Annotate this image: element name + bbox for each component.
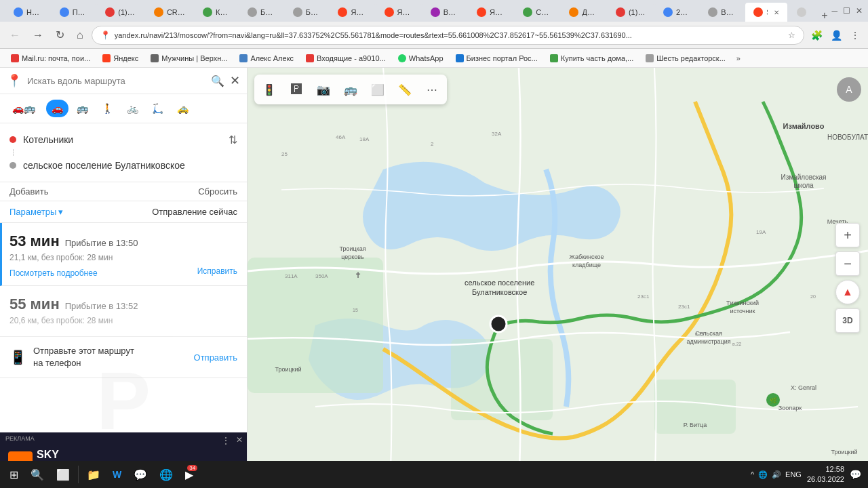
home-btn[interactable]: ⌂ bbox=[73, 26, 87, 44]
bookmark-Купить-час[interactable]: Купить часть дома,... bbox=[545, 53, 639, 64]
bookmarks-more-btn[interactable]: » bbox=[732, 53, 745, 64]
send-btn[interactable]: Отправить bbox=[194, 352, 237, 363]
compass-btn[interactable]: ▲ bbox=[835, 280, 860, 304]
left-panel: 📍 🔍 ✕ ‹ 🚗🚌 🚗 🚌 🚶 🚲 bbox=[0, 68, 248, 488]
tab-t2[interactable]: Пуб... bbox=[52, 3, 96, 22]
lang-label[interactable]: ENG bbox=[785, 470, 802, 479]
tab-t12[interactable]: Сад... bbox=[515, 3, 559, 22]
network-icon[interactable]: 🌐 bbox=[758, 470, 768, 479]
sys-up-icon[interactable]: ^ bbox=[751, 470, 754, 479]
taskview-btn[interactable]: ⬜ bbox=[51, 463, 75, 486]
bookmark-Яндекс[interactable]: Яндекс bbox=[97, 53, 144, 64]
send-text: Отправьте этот маршрут на телефон bbox=[33, 345, 134, 369]
tab-t15[interactable]: 289... bbox=[655, 3, 698, 22]
map-traffic-btn[interactable]: 🚦 bbox=[257, 77, 281, 102]
threed-btn[interactable]: 3D bbox=[835, 308, 860, 333]
ad-close-btn[interactable]: ✕ bbox=[236, 435, 243, 445]
panel-toggle-btn[interactable]: ‹ bbox=[247, 264, 248, 291]
tab-t6[interactable]: Бач... bbox=[239, 3, 283, 22]
chrome-taskbar-btn[interactable]: 🌐 bbox=[154, 463, 178, 486]
tab-t4[interactable]: CRM... bbox=[146, 3, 193, 22]
tab-t11[interactable]: Янд... bbox=[469, 3, 513, 22]
bookmark-WhatsApp[interactable]: WhatsApp bbox=[393, 53, 449, 64]
route-option-2[interactable]: 55 мин Прибытие в 13:52 20,6 км, без про… bbox=[0, 286, 247, 337]
tab-t1[interactable]: Нов... bbox=[5, 3, 50, 22]
map-user-btn[interactable]: A bbox=[837, 77, 861, 102]
forward-btn[interactable]: → bbox=[28, 26, 47, 44]
bookmark-Бизнес-пор[interactable]: Бизнес портал Рос... bbox=[450, 53, 543, 64]
tab-t17[interactable]: S✕ bbox=[745, 3, 787, 22]
explorer-btn[interactable]: 📁 bbox=[81, 463, 106, 486]
maximize-btn[interactable]: ☐ bbox=[843, 6, 850, 16]
transport-all-btn[interactable]: 🚗🚌 bbox=[7, 100, 43, 117]
reset-route-btn[interactable]: Сбросить bbox=[198, 186, 237, 197]
map-layers-btn[interactable]: ⬜ bbox=[366, 77, 390, 102]
tab-t7[interactable]: Бач... bbox=[285, 3, 329, 22]
title-bar: Нов...Пуб...(1) Н...CRM...Куп...Бач...Ба… bbox=[0, 0, 868, 22]
reload-btn[interactable]: ↻ bbox=[52, 26, 68, 44]
notification-btn[interactable]: 💬 bbox=[850, 469, 861, 480]
transport-walk-btn[interactable]: 🚶 bbox=[96, 100, 119, 117]
add-waypoint-btn[interactable]: Добавить bbox=[9, 186, 48, 197]
tab-t13[interactable]: ДНТ... bbox=[561, 3, 606, 22]
transport-bus-btn[interactable]: 🚌 bbox=[71, 100, 94, 117]
tab-t9[interactable]: Янд... bbox=[376, 3, 421, 22]
route-option-1[interactable]: 53 мин Прибытие в 13:50 21,1 км, без про… bbox=[0, 223, 247, 286]
params-arrow-icon: ▾ bbox=[58, 207, 63, 217]
search-btn[interactable]: 🔍 bbox=[25, 463, 50, 486]
tab-t10[interactable]: Выс... bbox=[422, 3, 467, 22]
search-input[interactable] bbox=[27, 76, 205, 86]
route-points: Котельники ⇅ сельское поселение Булатник… bbox=[0, 123, 247, 182]
word-btn[interactable]: W bbox=[107, 463, 127, 486]
bookmark-Мужчины-|-[interactable]: Мужчины | Верхн... bbox=[145, 53, 233, 64]
back-btn[interactable]: ← bbox=[5, 26, 24, 44]
map-ruler-btn[interactable]: 📏 bbox=[393, 77, 417, 102]
taskbar-clock[interactable]: 12:58 26.03.2022 bbox=[807, 464, 844, 485]
bookmark-Шесть-реда[interactable]: Шесть редакторск... bbox=[640, 53, 731, 64]
all-icon: 🚗🚌 bbox=[12, 103, 35, 114]
tab-t16[interactable]: Вос... bbox=[700, 3, 744, 22]
close-btn[interactable]: ✕ bbox=[856, 6, 863, 16]
transport-taxi-btn[interactable]: 🚕 bbox=[172, 100, 194, 117]
route-1-fix-btn[interactable]: Исправить bbox=[197, 266, 237, 276]
search-button[interactable]: 🔍 bbox=[211, 75, 224, 87]
tab-t18[interactable] bbox=[789, 3, 816, 22]
bookmark-Входящие--[interactable]: Входящие - a9010... bbox=[300, 53, 391, 64]
start-btn[interactable]: ⊞ bbox=[4, 463, 24, 486]
transport-bike-btn[interactable]: 🚲 bbox=[121, 100, 144, 117]
tab-t8[interactable]: Янд... bbox=[330, 3, 374, 22]
map-camera-btn[interactable]: 📷 bbox=[311, 77, 336, 102]
to-text[interactable]: сельское поселение Булатниковское bbox=[23, 160, 185, 171]
profile-btn[interactable]: 👤 bbox=[828, 27, 845, 43]
media-btn[interactable]: ▶ 34 bbox=[180, 463, 199, 486]
transport-car-btn[interactable]: 🚗 bbox=[46, 100, 68, 117]
tab-t5[interactable]: Куп... bbox=[195, 3, 238, 22]
from-text[interactable]: Котельники bbox=[23, 134, 73, 145]
map-more-btn[interactable]: ⋯ bbox=[420, 77, 444, 102]
volume-icon[interactable]: 🔊 bbox=[772, 470, 781, 479]
bookmark-Алекс-Алек[interactable]: Алекс Алекс bbox=[234, 53, 299, 64]
swap-btn[interactable]: ⇅ bbox=[229, 134, 237, 146]
bookmark-star-icon[interactable]: ☆ bbox=[788, 30, 795, 40]
map-transit-btn[interactable]: 🚌 bbox=[338, 77, 363, 102]
tab-t14[interactable]: (1) 3... bbox=[608, 3, 654, 22]
url-bar[interactable]: 📍 yandex.ru/navi/213/moscow/?from=navi&l… bbox=[92, 26, 804, 45]
tab-t3[interactable]: (1) Н... bbox=[97, 3, 144, 22]
new-tab-btn[interactable]: + bbox=[817, 9, 831, 22]
zoom-out-btn[interactable]: − bbox=[835, 251, 860, 276]
minimize-btn[interactable]: ─ bbox=[831, 6, 837, 16]
map-area[interactable]: Измайловская школа Мечеть Измайлово Тихв… bbox=[248, 68, 868, 488]
route-1-view-btn[interactable]: Посмотреть подробнее bbox=[9, 268, 98, 278]
svg-text:церковь: церковь bbox=[341, 253, 364, 260]
transport-scooter-btn[interactable]: 🛴 bbox=[146, 100, 169, 117]
map-parking-btn[interactable]: 🅿 bbox=[284, 77, 309, 102]
menu-btn[interactable]: ⋮ bbox=[848, 27, 863, 43]
bookmark-Mail.ru:-п[interactable]: Mail.ru: почта, пои... bbox=[5, 53, 96, 64]
svg-text:32А: 32А bbox=[492, 131, 502, 137]
extensions-btn[interactable]: 🧩 bbox=[808, 27, 825, 43]
params-btn[interactable]: Параметры ▾ bbox=[9, 207, 63, 217]
whatsapp-taskbar-btn[interactable]: 💬 bbox=[128, 463, 153, 486]
zoom-in-btn[interactable]: + bbox=[835, 223, 860, 247]
search-close-button[interactable]: ✕ bbox=[230, 73, 240, 88]
ad-more-btn[interactable]: ⋮ bbox=[221, 435, 231, 446]
